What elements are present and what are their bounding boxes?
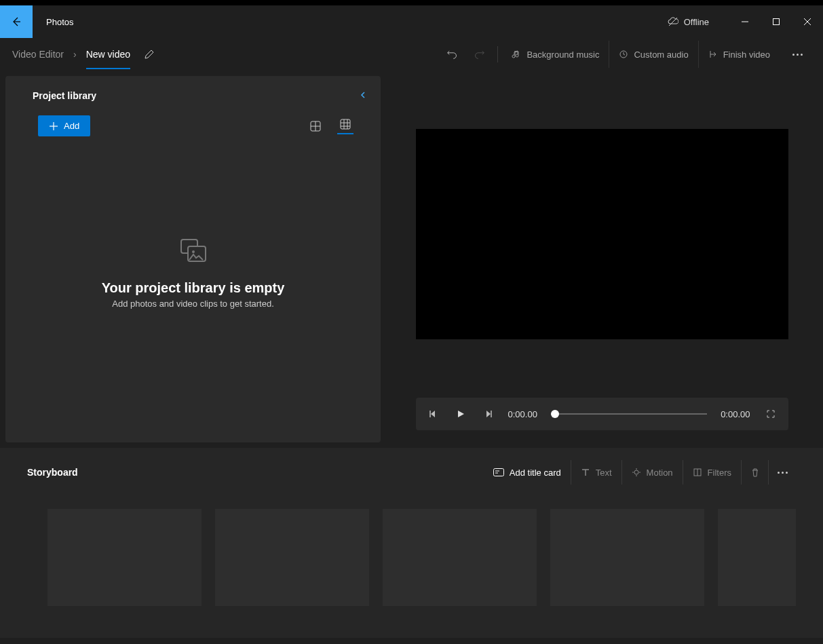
empty-subtitle: Add photos and video clips to get starte…: [112, 299, 274, 309]
os-tab-strip: [0, 0, 823, 5]
motion-button[interactable]: Motion: [622, 460, 683, 485]
view-small-button[interactable]: [337, 118, 353, 134]
back-button[interactable]: [0, 5, 33, 38]
text-label: Text: [596, 468, 612, 478]
svg-rect-21: [493, 469, 503, 476]
svg-rect-11: [341, 119, 350, 129]
preview-panel: 0:00.00 0:00.00: [381, 71, 823, 448]
current-time: 0:00.00: [508, 409, 537, 419]
main-area: Project library Add Your: [0, 71, 823, 448]
cloud-offline-icon: [668, 16, 678, 27]
breadcrumb-root[interactable]: Video Editor: [12, 49, 64, 60]
chevron-right-icon: ›: [73, 49, 77, 60]
plus-icon: [49, 121, 58, 131]
pencil-icon: [144, 49, 155, 60]
seek-thumb[interactable]: [551, 410, 559, 418]
filters-button[interactable]: Filters: [683, 460, 742, 485]
grid-small-icon: [340, 119, 351, 130]
export-icon: [708, 50, 718, 59]
background-music-button[interactable]: Background music: [502, 41, 609, 68]
breadcrumb: Video Editor › New video: [12, 39, 130, 69]
player-controls: 0:00.00 0:00.00: [416, 398, 788, 430]
back-arrow-icon: [11, 16, 22, 27]
add-media-button[interactable]: Add: [38, 115, 90, 136]
svg-point-24: [634, 470, 638, 474]
text-icon: [581, 468, 590, 477]
app-title: Photos: [33, 17, 73, 27]
add-title-card-button[interactable]: Add title card: [484, 460, 571, 485]
motion-label: Motion: [647, 468, 673, 478]
svg-rect-2: [773, 19, 780, 25]
library-title: Project library: [33, 90, 96, 101]
svg-line-0: [669, 18, 677, 26]
custom-audio-label: Custom audio: [634, 50, 688, 60]
collapse-library-button[interactable]: [359, 90, 367, 102]
step-forward-icon: [483, 409, 493, 419]
filters-icon: [693, 468, 702, 477]
svg-point-18: [192, 250, 195, 253]
offline-indicator: Offline: [668, 16, 709, 27]
redo-button[interactable]: [466, 41, 493, 68]
filters-label: Filters: [708, 468, 731, 478]
text-button[interactable]: Text: [571, 460, 622, 485]
storyboard-more-button[interactable]: [769, 460, 796, 485]
view-large-button[interactable]: [307, 118, 324, 134]
delete-button[interactable]: [742, 460, 769, 485]
music-icon: [512, 50, 521, 59]
library-empty-state: Your project library is empty Add photos…: [5, 143, 381, 442]
custom-audio-button[interactable]: Custom audio: [609, 41, 697, 68]
frame-forward-button[interactable]: [481, 409, 495, 419]
redo-icon: [474, 48, 486, 60]
storyboard-slot[interactable]: [215, 509, 369, 606]
project-library-panel: Project library Add Your: [5, 76, 381, 442]
fullscreen-button[interactable]: [764, 409, 778, 419]
finish-label: Finish video: [723, 50, 770, 60]
storyboard-slot[interactable]: [47, 509, 202, 606]
storyboard-panel: Storyboard Add title card Text Motion Fi…: [0, 448, 823, 638]
window-controls: [729, 11, 823, 33]
fullscreen-icon: [766, 409, 776, 419]
storyboard-slot[interactable]: [718, 509, 796, 606]
storyboard-slot[interactable]: [383, 509, 537, 606]
more-button[interactable]: [784, 41, 811, 68]
close-button[interactable]: [792, 11, 823, 33]
finish-video-button[interactable]: Finish video: [698, 41, 780, 68]
grid-large-icon: [310, 121, 321, 132]
undo-icon: [446, 48, 459, 60]
maximize-button[interactable]: [761, 11, 792, 33]
undo-button[interactable]: [439, 41, 466, 68]
trash-icon: [750, 468, 760, 477]
offline-label: Offline: [684, 17, 709, 27]
ellipsis-icon: [778, 472, 788, 474]
rename-button[interactable]: [144, 49, 155, 60]
video-preview[interactable]: [416, 129, 788, 339]
titlebar: Photos Offline: [0, 5, 823, 38]
motion-icon: [632, 468, 641, 477]
storyboard-clips[interactable]: [27, 509, 796, 606]
step-back-icon: [429, 409, 438, 419]
play-button[interactable]: [454, 409, 467, 419]
storyboard-slot[interactable]: [550, 509, 704, 606]
add-label: Add: [64, 121, 79, 131]
total-time: 0:00.00: [721, 409, 750, 419]
frame-back-button[interactable]: [427, 409, 440, 419]
minimize-button[interactable]: [729, 11, 761, 33]
empty-title: Your project library is empty: [102, 280, 285, 296]
add-title-card-label: Add title card: [510, 468, 561, 478]
bg-music-label: Background music: [527, 50, 599, 60]
audio-icon: [619, 50, 628, 59]
empty-media-icon: [178, 237, 208, 269]
title-card-icon: [493, 468, 504, 476]
toolbar: Video Editor › New video Background musi…: [0, 38, 823, 71]
ellipsis-icon: [792, 54, 803, 56]
breadcrumb-current[interactable]: New video: [86, 49, 130, 69]
seek-track[interactable]: [551, 413, 707, 415]
chevron-left-icon: [359, 91, 367, 99]
storyboard-title: Storyboard: [27, 467, 78, 478]
play-icon: [456, 409, 465, 419]
